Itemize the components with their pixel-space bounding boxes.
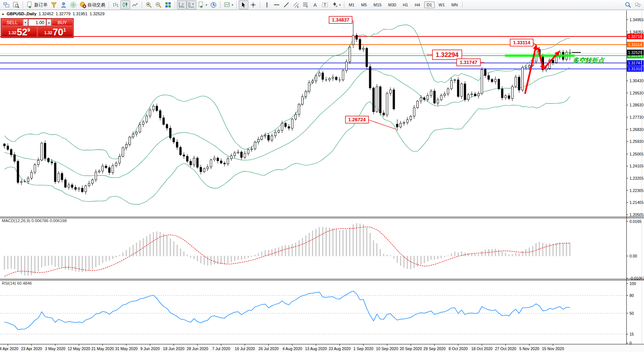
time-axis-label: 13 Aug 2020 bbox=[305, 346, 327, 351]
volume-input[interactable]: 1.00 bbox=[28, 19, 46, 26]
candlestick-chart-icon bbox=[122, 1, 129, 8]
candle bbox=[88, 181, 90, 188]
buy-price-panel[interactable]: 1.32 70 1 bbox=[38, 26, 73, 37]
time-axis-label: 21 May 2020 bbox=[91, 346, 114, 351]
volume-increase-button[interactable]: ▲ bbox=[46, 19, 51, 26]
search-button[interactable] bbox=[623, 0, 633, 9]
candle bbox=[264, 133, 266, 139]
price-annotation-text: 1.33114 bbox=[513, 40, 531, 45]
expand-icon[interactable]: ▲ bbox=[1, 12, 4, 16]
time-axis-label: 10 Sep 2020 bbox=[376, 346, 398, 351]
timeframe-button-h4[interactable]: H4 bbox=[412, 1, 422, 8]
funnel-icon bbox=[51, 1, 57, 8]
timeframe-button-m15[interactable]: M15 bbox=[371, 1, 384, 8]
candle bbox=[48, 157, 49, 163]
arrange-windows-button[interactable] bbox=[163, 0, 173, 9]
timeframe-button-w1[interactable]: W1 bbox=[436, 1, 448, 8]
candlestick-chart-button[interactable] bbox=[120, 0, 130, 9]
candle bbox=[505, 94, 506, 100]
candle bbox=[464, 81, 466, 102]
macd-panel[interactable] bbox=[4, 223, 570, 276]
tile-windows-button[interactable] bbox=[1, 0, 11, 9]
timeframe-button-mn[interactable]: MN bbox=[449, 1, 460, 8]
candle bbox=[95, 169, 97, 182]
rsi-panel[interactable] bbox=[0, 291, 627, 334]
horizontal-line-tool[interactable] bbox=[272, 0, 281, 9]
text-label-tool[interactable]: T bbox=[320, 0, 330, 9]
chart-shift-button[interactable] bbox=[187, 0, 196, 9]
candle bbox=[359, 38, 361, 51]
timeframe-button-m30[interactable]: M30 bbox=[386, 1, 399, 8]
price-axis[interactable]: 1.349551.340551.304301.295301.286301.277… bbox=[627, 10, 644, 345]
candle bbox=[342, 69, 344, 81]
signals-button[interactable] bbox=[68, 0, 78, 9]
sell-button[interactable]: SELL bbox=[1, 19, 23, 26]
periods-button[interactable] bbox=[209, 0, 218, 9]
zoom-in-button[interactable] bbox=[144, 0, 154, 9]
templates-button[interactable]: ▾ bbox=[222, 0, 235, 9]
candle bbox=[102, 164, 103, 174]
timeframe-button-h1[interactable]: H1 bbox=[400, 1, 410, 8]
candle bbox=[335, 76, 337, 81]
toolbar-separator bbox=[236, 1, 237, 9]
auto-scroll-button[interactable] bbox=[177, 0, 187, 9]
candle bbox=[231, 154, 232, 161]
candle bbox=[162, 115, 164, 125]
time-axis-label: 14 Apr 2020 bbox=[0, 346, 18, 351]
bar-chart-button[interactable] bbox=[111, 0, 120, 9]
candle bbox=[440, 93, 442, 101]
text-tool[interactable]: A bbox=[310, 0, 320, 9]
line-chart-button[interactable] bbox=[130, 0, 140, 9]
candle bbox=[210, 159, 212, 169]
chart-area[interactable]: 1.348371.331141.322941.317471.26724多空转折点… bbox=[0, 0, 644, 352]
timeframe-button-m1[interactable]: M1 bbox=[346, 1, 357, 8]
sell-price-panel[interactable]: 1.32 52 9 bbox=[1, 26, 37, 37]
autotrading-button[interactable]: 自动交易 bbox=[78, 0, 107, 9]
time-axis-label: 1 Sep 2020 bbox=[353, 346, 373, 351]
bollinger-middle-band bbox=[4, 67, 570, 177]
candle bbox=[20, 179, 22, 185]
candle bbox=[522, 65, 524, 92]
time-axis[interactable]: 14 Apr 202023 Apr 20203 May 202012 May 2… bbox=[0, 344, 644, 352]
rsi-axis-tick: 15 bbox=[629, 332, 634, 336]
volume-decrease-button[interactable]: ▼ bbox=[23, 19, 28, 26]
text-icon: A bbox=[312, 1, 319, 8]
candle bbox=[78, 187, 80, 192]
candle bbox=[481, 67, 483, 95]
time-axis-label: 18 Oct 2020 bbox=[471, 346, 492, 351]
vertical-line-tool[interactable] bbox=[262, 0, 272, 9]
price-axis-tick: 1.27730 bbox=[629, 115, 644, 119]
candle bbox=[352, 21, 354, 48]
candle bbox=[61, 172, 63, 183]
one-click-trading-panel: SELL ▼ 1.00 ▲ BUY 1.32 52 9 1.32 70 1 bbox=[1, 18, 74, 38]
candle bbox=[156, 103, 158, 112]
timeframe-button-m5[interactable]: M5 bbox=[358, 1, 369, 8]
trendline-tool[interactable] bbox=[281, 0, 291, 9]
expert-advisors-button[interactable] bbox=[59, 0, 68, 9]
crosshair-button[interactable] bbox=[248, 0, 258, 9]
zoom-out-button[interactable] bbox=[154, 0, 163, 9]
buy-button[interactable]: BUY bbox=[52, 19, 73, 26]
candle bbox=[10, 148, 12, 157]
timeframe-button-d1[interactable]: D1 bbox=[424, 1, 435, 8]
candle bbox=[271, 134, 273, 142]
history-center-button[interactable] bbox=[49, 0, 59, 9]
candle bbox=[390, 87, 392, 96]
candle bbox=[454, 79, 456, 83]
arrows-tool[interactable]: ▾ bbox=[330, 0, 342, 9]
new-order-button[interactable]: 新订单 bbox=[25, 0, 49, 9]
time-axis-label: 23 Apr 2020 bbox=[21, 346, 42, 351]
autotrading-icon bbox=[80, 1, 86, 8]
candle bbox=[75, 185, 77, 191]
equidistant-channel-tool[interactable]: E bbox=[291, 0, 301, 9]
cursor-button[interactable] bbox=[239, 0, 248, 9]
data-window-button[interactable] bbox=[11, 0, 21, 9]
fibonacci-tool[interactable]: F bbox=[301, 0, 310, 9]
candle bbox=[302, 94, 303, 106]
price-annotation-text: 1.34837 bbox=[332, 17, 350, 23]
indicators-button[interactable]: ▾ bbox=[196, 0, 209, 9]
candle bbox=[159, 109, 161, 121]
candle bbox=[17, 159, 19, 184]
chat-button[interactable] bbox=[633, 0, 643, 9]
candle bbox=[44, 140, 46, 161]
